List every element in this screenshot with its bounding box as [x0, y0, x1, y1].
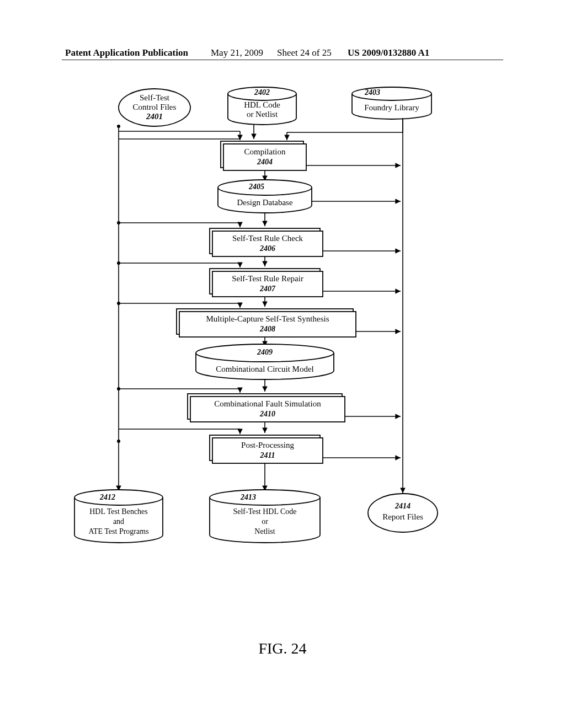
node-2411-ref: 2411 — [259, 451, 275, 459]
svg-text:Control Files: Control Files — [133, 103, 177, 111]
node-2405-label: Design Database — [237, 198, 293, 207]
node-2401-line2: Control Files — [133, 103, 177, 111]
node-2409-label: Combinational Circuit Model — [216, 365, 313, 373]
node-2411-label: Post-Processing — [241, 441, 294, 449]
node-2414-label: Report Files — [382, 512, 423, 521]
node-2413-ref: 2413 — [240, 493, 256, 501]
node-2402-line1: HDL Code — [244, 100, 280, 109]
node-2408-ref: 2408 — [259, 325, 275, 333]
node-2403-label: Foundry Library — [364, 103, 419, 112]
node-2401-ref: 2401 — [146, 112, 163, 121]
node-2402: 2402 HDL Code or Netlist — [228, 87, 296, 125]
node-2407-ref: 2407 — [259, 285, 276, 293]
node-2406-ref: 2406 — [259, 244, 275, 253]
node-2412-line3: ATE Test Programs — [88, 527, 148, 536]
node-2413-line3: Netlist — [254, 527, 275, 536]
node-2410-label: Combinational Fault Simulation — [214, 399, 321, 408]
publication-number: US 2009/0132880 A1 — [348, 47, 429, 58]
publication-label: Patent Application Publication — [65, 47, 188, 58]
sheet-number: Sheet 24 of 25 — [277, 47, 332, 58]
svg-text:or Netlist: or Netlist — [247, 110, 278, 119]
svg-text:and: and — [113, 517, 124, 526]
svg-point-23 — [218, 180, 312, 195]
svg-text:HDL Code: HDL Code — [244, 100, 280, 109]
node-2412: 2412 HDL Test Benches and ATE Test Progr… — [74, 490, 163, 543]
node-2405-ref: 2405 — [248, 183, 264, 191]
publication-date: May 21, 2009 — [211, 47, 263, 58]
figure-label: FIG. 24 — [0, 640, 565, 657]
node-2407-label: Self-Test Rule Repair — [232, 274, 303, 283]
node-2412-line1: HDL Test Benches — [89, 507, 148, 516]
svg-text:or: or — [262, 517, 268, 526]
node-2412-line2: and — [113, 517, 124, 526]
node-2413-line1: Self-Test HDL Code — [233, 507, 296, 516]
svg-point-6 — [117, 440, 120, 443]
svg-text:Netlist: Netlist — [254, 527, 275, 536]
node-2414: 2414 Report Files — [368, 494, 438, 532]
svg-text:Self-Test HDL Code: Self-Test HDL Code — [233, 507, 296, 516]
node-2404-ref: 2404 — [257, 158, 273, 166]
node-2414-ref: 2414 — [395, 502, 411, 510]
svg-text:ATE Test Programs: ATE Test Programs — [88, 527, 148, 536]
node-2406-label: Self-Test Rule Check — [232, 234, 303, 243]
node-2402-ref: 2402 — [254, 88, 270, 97]
node-2410-ref: 2410 — [259, 410, 275, 418]
flowchart: Self-Test Control Files 2401 2402 HDL Co… — [66, 83, 497, 568]
node-2413-line2: or — [262, 517, 268, 526]
svg-point-59 — [210, 490, 320, 505]
node-2405: 2405 Design Database — [218, 180, 312, 213]
page: Patent Application Publication May 21, 2… — [0, 0, 565, 728]
svg-point-55 — [74, 490, 163, 505]
node-2401-line1: Self-Test — [140, 93, 170, 102]
node-2409: 2409 Combinational Circuit Model — [196, 344, 334, 379]
node-2404-label: Compilation — [244, 147, 286, 156]
node-2412-ref: 2412 — [99, 493, 115, 501]
header-rule — [62, 60, 503, 60]
svg-text:HDL Test Benches: HDL Test Benches — [89, 507, 148, 516]
node-2413: 2413 Self-Test HDL Code or Netlist — [210, 490, 320, 543]
node-2408-label: Multiple-Capture Self-Test Synthesis — [206, 314, 329, 323]
node-2403-ref: 2403 — [364, 88, 380, 97]
node-2403: 2403 Foundry Library — [352, 87, 431, 119]
node-2402-line2: or Netlist — [247, 110, 278, 119]
svg-point-14 — [352, 87, 431, 100]
svg-text:Self-Test: Self-Test — [140, 93, 170, 102]
node-2409-ref: 2409 — [257, 348, 273, 356]
